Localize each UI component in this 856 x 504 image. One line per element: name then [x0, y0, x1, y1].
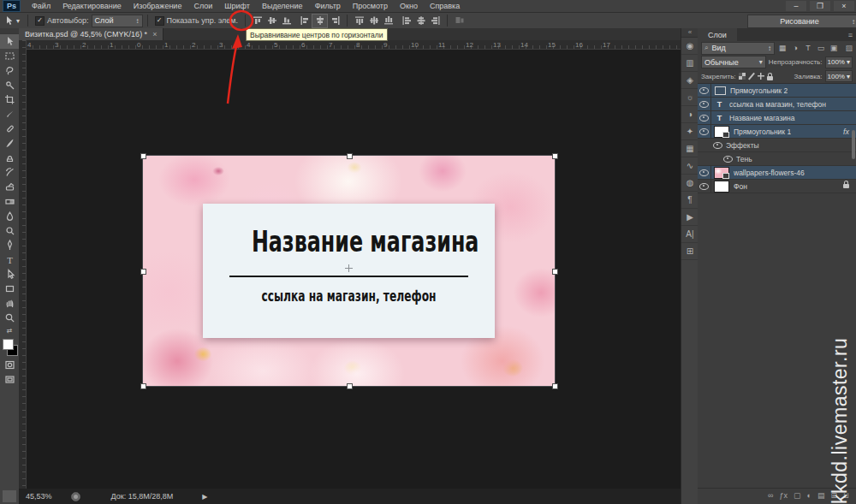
transform-handle-middle-left[interactable] [140, 269, 146, 275]
align-horizontal-centers-button[interactable] [312, 14, 328, 28]
kuler-panel-icon[interactable]: ◍ [681, 175, 698, 192]
character-panel-icon[interactable]: A| [681, 226, 698, 243]
move-tool[interactable] [0, 34, 19, 49]
filter-adjustment-layers-icon[interactable]: ◑ [790, 44, 800, 52]
swap-colors-icon[interactable]: ⇄ [0, 325, 19, 335]
menu-filter[interactable]: Фильтр [309, 2, 347, 10]
adjustments-panel-icon[interactable]: ◑ [681, 106, 698, 123]
document-tab-close-icon[interactable]: × [152, 30, 157, 39]
layer-row-wallpapers-flowers[interactable]: wallpapers-flowers-46 [698, 166, 856, 180]
lock-transparency-icon[interactable] [739, 73, 746, 80]
visibility-cell[interactable] [698, 84, 711, 97]
layers-scrollbar[interactable] [852, 130, 855, 159]
auto-align-layers-button[interactable] [452, 15, 467, 27]
tool-presets-panel-icon[interactable]: ⊞ [681, 243, 698, 260]
pen-tool[interactable] [0, 238, 19, 252]
fill-field[interactable]: 100% ▾ [825, 70, 853, 82]
autoselect-target-dropdown[interactable]: Слой ↕ [92, 15, 143, 27]
eyedropper-tool[interactable] [0, 107, 19, 122]
filter-toggle-icon[interactable]: ▨ [845, 44, 853, 52]
link-layers-icon[interactable]: ∞ [768, 491, 773, 500]
gradient-tool[interactable] [0, 194, 19, 209]
distribute-vertical-centers-button[interactable] [366, 15, 381, 27]
distribute-right-edges-button[interactable] [428, 15, 443, 27]
actions-panel-icon[interactable]: ▶ [681, 209, 698, 226]
layer-row-link-phone[interactable]: T ссылка на магазин, телефон [698, 98, 856, 111]
brush-tool[interactable] [0, 136, 19, 151]
show-transform-controls-checkbox[interactable]: ✓ [155, 16, 164, 26]
rectangular-marquee-tool[interactable] [0, 49, 19, 63]
filter-type-layers-icon[interactable]: T [803, 44, 813, 52]
document-image[interactable]: Название магазина ссылка на магазин, тел… [143, 156, 555, 386]
rectangle-shape-tool[interactable] [0, 282, 19, 296]
align-bottom-edges-button[interactable] [279, 15, 294, 27]
navigator-panel-icon[interactable]: ◉ [681, 38, 698, 55]
screen-mode-button[interactable] [0, 372, 19, 387]
dock-collapse-icon[interactable]: « [681, 28, 698, 38]
visibility-cell[interactable] [698, 111, 711, 124]
transform-handle-top-left[interactable] [140, 153, 146, 159]
paths-panel-icon[interactable]: ∿ [681, 157, 698, 175]
filter-pixel-layers-icon[interactable]: ▦ [777, 44, 788, 52]
type-tool[interactable]: T [0, 252, 19, 267]
hand-tool[interactable] [0, 296, 19, 311]
foreground-color-swatch[interactable] [3, 339, 14, 350]
layer-fx-badge[interactable]: fx [843, 127, 849, 136]
distribute-left-edges-button[interactable] [399, 15, 413, 27]
filter-kind-dropdown[interactable]: ⌕ Вид ↕ [701, 42, 775, 55]
lasso-tool[interactable] [0, 63, 19, 78]
status-expand-icon[interactable]: ▶ [202, 493, 207, 501]
menu-select[interactable]: Выделение [256, 2, 309, 10]
layer-mask-icon[interactable]: ▢ [794, 491, 801, 500]
color-panel-icon[interactable]: ☼ [681, 89, 698, 106]
horizontal-ruler[interactable]: 432101234567891011121314151617 [26, 40, 681, 50]
menu-file[interactable]: Файл [26, 2, 56, 10]
layer-row-effects[interactable]: Эффекты [698, 139, 856, 152]
eye-icon[interactable] [723, 156, 733, 163]
visibility-cell[interactable] [698, 98, 711, 110]
eraser-tool[interactable] [0, 180, 19, 194]
distribute-horizontal-centers-button[interactable] [413, 15, 428, 27]
vertical-ruler[interactable]: 43210123456789101112 [19, 40, 27, 504]
crop-tool[interactable] [0, 92, 19, 107]
menu-type[interactable]: Шрифт [218, 2, 256, 10]
visibility-cell[interactable] [698, 180, 711, 193]
layer-row-background[interactable]: Фон [698, 180, 856, 193]
visibility-cell[interactable] [698, 166, 711, 179]
menu-layers[interactable]: Слои [187, 2, 218, 10]
filter-shape-layers-icon[interactable]: ▭ [816, 44, 826, 52]
layer-row-shadow-effect[interactable]: Тень [698, 152, 856, 166]
menu-window[interactable]: Окно [394, 2, 424, 10]
move-tool-preset[interactable]: ▾ [0, 15, 23, 27]
channels-panel-icon[interactable]: ▦ [681, 140, 698, 157]
visibility-cell[interactable] [698, 125, 711, 138]
lock-position-icon[interactable] [758, 73, 764, 80]
blur-tool[interactable] [0, 209, 19, 223]
panel-menu-icon[interactable]: ≡ [848, 31, 856, 39]
layer-row-rectangle-2[interactable]: Прямоугольник 2 [698, 84, 856, 98]
workspace-switcher[interactable]: Рисование ↕ [747, 15, 856, 28]
path-selection-tool[interactable] [0, 267, 19, 282]
layer-group-icon[interactable]: ▤ [817, 491, 825, 500]
distribute-top-edges-button[interactable] [352, 15, 366, 27]
filter-smart-objects-icon[interactable]: ▣ [829, 44, 839, 52]
lock-all-icon[interactable] [767, 76, 773, 80]
adjustment-layer-icon[interactable]: ◐ [806, 491, 811, 500]
transform-handle-bottom-center[interactable] [347, 383, 353, 389]
menu-view[interactable]: Просмотр [347, 2, 394, 10]
dodge-tool[interactable] [0, 223, 19, 238]
document-tab[interactable]: Визитка.psd @ 45,5% (CMYK/16) * × [19, 28, 163, 40]
quick-selection-tool[interactable] [0, 78, 19, 92]
layer-style-icon[interactable]: ƒx [779, 491, 788, 500]
zoom-tool[interactable] [0, 311, 19, 325]
paragraph-panel-icon[interactable]: ¶ [681, 192, 698, 209]
info-panel-icon[interactable]: ◈ [681, 72, 698, 89]
layer-row-rectangle-1[interactable]: Прямоугольник 1 fx [698, 125, 856, 139]
minimize-button[interactable]: – [786, 1, 806, 11]
restore-button[interactable]: ❐ [810, 1, 830, 11]
transform-handle-bottom-right[interactable] [552, 383, 558, 389]
transform-handle-top-right[interactable] [552, 153, 558, 159]
align-right-edges-button[interactable] [328, 15, 342, 27]
align-left-edges-button[interactable] [297, 15, 312, 27]
blend-mode-dropdown[interactable]: Обычные ▾ [701, 56, 766, 68]
